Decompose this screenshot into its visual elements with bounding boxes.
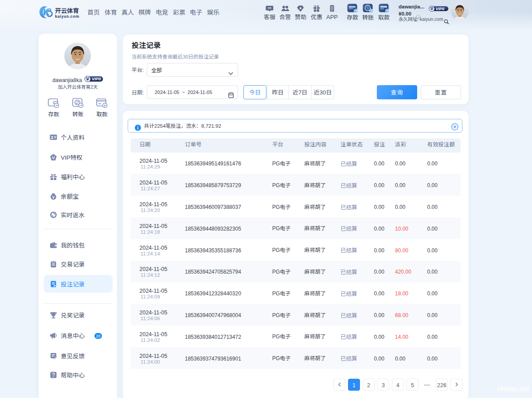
svg-text:VIP0: VIP0	[92, 77, 101, 82]
svg-text:VIP0: VIP0	[436, 7, 445, 11]
